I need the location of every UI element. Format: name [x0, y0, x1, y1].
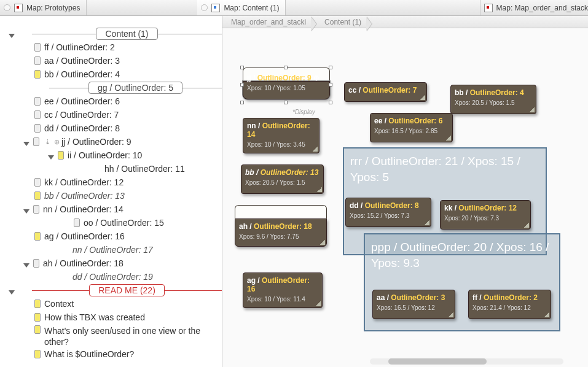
breadcrumb-item[interactable]: Map_order_and_stacki — [225, 18, 312, 26]
disclosure-triangle-icon[interactable] — [23, 260, 31, 267]
outline-item[interactable]: hh / OutlineOrder: 11 — [0, 162, 222, 176]
resize-corner-icon[interactable] — [446, 136, 451, 141]
item-label: bb / OutlineOrder: 13 — [44, 191, 222, 201]
window-tab-bar: Map: Prototypes Map: Content (1) Map: Ma… — [0, 0, 588, 16]
outline-item[interactable]: nn / OutlineOrder: 17 — [0, 243, 222, 257]
card-kk[interactable]: kk / OutlineOrder: 12 Xpos: 20 / Ypos: 7… — [440, 200, 531, 230]
card-sub: Xpos: 20 / Ypos: 7.3 — [444, 215, 527, 222]
note-icon — [34, 232, 41, 241]
selection-handle[interactable] — [329, 66, 332, 69]
map-pane: Map_order_and_stacki Content (1) rrr / O… — [222, 16, 588, 367]
note-icon — [34, 325, 41, 334]
resize-corner-icon[interactable] — [420, 95, 425, 100]
card-dd[interactable]: dd / OutlineOrder: 8 Xpos: 15.2 / Ypos: … — [345, 198, 431, 227]
resize-corner-icon[interactable] — [530, 107, 535, 112]
card-bb4[interactable]: bb / OutlineOrder: 4 Xpos: 20.5 / Ypos: … — [450, 85, 536, 114]
note-icon — [34, 97, 41, 106]
note-icon — [33, 205, 39, 214]
tab-content[interactable]: Map: Content (1) — [197, 0, 286, 15]
close-icon[interactable] — [4, 4, 10, 11]
card-bb13[interactable]: bb / OutlineOrder: 13 Xpos: 20.5 / Ypos:… — [241, 164, 324, 194]
disclosure-triangle-icon[interactable] — [9, 287, 16, 294]
resize-corner-icon[interactable] — [316, 301, 321, 306]
item-label: ii / OutlineOrder: 10 — [68, 150, 222, 160]
outline-item[interactable]: cc / OutlineOrder: 7 — [0, 108, 222, 122]
note-icon — [33, 259, 39, 268]
note-icon — [34, 178, 41, 187]
outline-item[interactable]: ff / OutlineOrder: 2 — [0, 41, 222, 54]
outline-item[interactable]: nn / OutlineOrder: 14 — [0, 203, 222, 216]
outline-item[interactable]: oo / OutlineOrder: 15 — [0, 216, 222, 230]
selection-handle[interactable] — [284, 66, 288, 69]
outline-item[interactable]: What's only seen/used in one view or the… — [0, 324, 222, 347]
card-tab[interactable] — [235, 205, 327, 218]
card-ee[interactable]: ee / OutlineOrder: 6 Xpos: 16.5 / Ypos: … — [370, 113, 453, 142]
selection-handle[interactable] — [329, 83, 332, 87]
close-icon[interactable] — [201, 4, 208, 11]
card-sub: Xpos: 21.4 / Ypos: 12 — [472, 304, 547, 311]
outline-item[interactable]: bb / OutlineOrder: 4 — [0, 68, 222, 81]
resize-corner-icon[interactable] — [544, 312, 549, 317]
outline-item[interactable]: ag / OutlineOrder: 16 — [0, 230, 222, 243]
outline-item[interactable]: kk / OutlineOrder: 12 — [0, 176, 222, 189]
resize-corner-icon[interactable] — [320, 240, 325, 245]
selection-handle[interactable] — [284, 101, 288, 104]
disclosure-triangle-icon[interactable] — [48, 152, 55, 159]
horizontal-scrollbar[interactable] — [370, 358, 563, 365]
note-icon — [74, 218, 80, 227]
card-ah[interactable]: ah / OutlineOrder: 18 Xpos: 9.6 / Ypos: … — [235, 218, 327, 247]
item-label: ee / OutlineOrder: 6 — [44, 96, 222, 106]
outline-item[interactable]: ah / OutlineOrder: 18 — [0, 257, 222, 270]
container-title[interactable]: READ ME (22) — [0, 284, 222, 297]
outline-item[interactable]: How this TBX was created — [0, 311, 222, 324]
map-icon — [484, 4, 493, 12]
container-title[interactable]: gg / OutlineOrder: 5 — [0, 81, 222, 95]
outline-item[interactable]: ee / OutlineOrder: 6 — [0, 95, 222, 108]
disclosure-triangle-icon[interactable] — [9, 30, 16, 37]
container-title[interactable]: Content (1) — [0, 27, 222, 41]
selection-handle[interactable] — [329, 101, 332, 104]
map-canvas[interactable]: rrr / OutlineOrder: 21 / Xpos: 15 / Ypos… — [222, 28, 588, 367]
selection-handle[interactable] — [240, 66, 244, 69]
resize-corner-icon[interactable] — [449, 312, 453, 317]
tab-label: Map: Prototypes — [26, 4, 80, 12]
outline-item[interactable]: What is $OutlineOrder? — [0, 347, 222, 361]
plus-icon: ⊕ — [54, 138, 60, 146]
note-icon — [34, 110, 41, 119]
outline-item[interactable]: ii / OutlineOrder: 10 — [0, 149, 222, 162]
disclosure-triangle-icon[interactable] — [23, 206, 31, 213]
card-nn[interactable]: nn / OutlineOrder: 14 Xpos: 10 / Ypos: 3… — [243, 118, 319, 153]
outline-item[interactable]: dd / OutlineOrder: 19 — [0, 270, 222, 284]
disclosure-triangle-icon[interactable] — [23, 138, 31, 145]
selection-handle[interactable] — [240, 83, 244, 87]
card-ag[interactable]: ag / OutlineOrder: 16 Xpos: 10 / Ypos: 1… — [243, 272, 323, 308]
resize-corner-icon[interactable] — [317, 187, 322, 192]
card-ff[interactable]: ff / OutlineOrder: 2 Xpos: 21.4 / Ypos: … — [468, 290, 551, 319]
card-cc[interactable]: cc / OutlineOrder: 7 — [344, 82, 427, 102]
display-expression-label: *Display — [292, 109, 315, 115]
outline-item[interactable]: aa / OutlineOrder: 3 — [0, 54, 222, 68]
outline-item[interactable]: ⇣ ⊕ jj / OutlineOrder: 9 — [0, 135, 222, 149]
item-label: jj / OutlineOrder: 9 — [61, 137, 222, 147]
outline-pane: Content (1) ff / OutlineOrder: 2 aa / Ou… — [0, 16, 222, 367]
map-icon — [14, 4, 23, 12]
scrollbar-thumb[interactable] — [388, 358, 487, 365]
card-jj[interactable]: jj / OutlineOrder: 9 ⊕ Xpos: 10 / Ypos: … — [243, 81, 330, 99]
card-sub: Xpos: 16.5 / Ypos: 2.85 — [374, 128, 449, 134]
item-label: dd / OutlineOrder: 19 — [73, 272, 222, 282]
plus-icon[interactable]: ⊕ — [313, 74, 319, 82]
note-icon — [34, 350, 41, 358]
outline-item[interactable]: bb / OutlineOrder: 13 — [0, 189, 222, 203]
breadcrumb-item[interactable]: Content (1) — [318, 18, 367, 26]
item-label: dd / OutlineOrder: 8 — [44, 123, 222, 133]
resize-corner-icon[interactable] — [313, 147, 318, 152]
outline-item[interactable]: dd / OutlineOrder: 8 — [0, 122, 222, 135]
resize-corner-icon[interactable] — [524, 223, 529, 228]
outline-item[interactable]: Context — [0, 297, 222, 311]
tab-map-order[interactable]: Map: Map_order_and_stack — [480, 0, 588, 15]
card-aa[interactable]: aa / OutlineOrder: 3 Xpos: 16.5 / Ypos: … — [372, 290, 455, 319]
resize-corner-icon[interactable] — [425, 220, 429, 225]
tab-prototypes[interactable]: Map: Prototypes — [0, 0, 87, 15]
selection-handle[interactable] — [240, 101, 244, 104]
card-sub: Xpos: 15.2 / Ypos: 7.3 — [350, 212, 427, 219]
